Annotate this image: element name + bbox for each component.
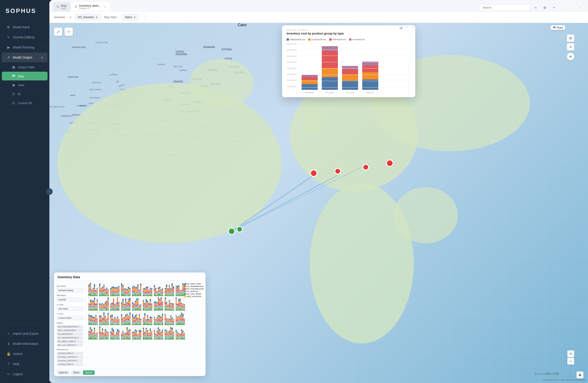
tab-inventory[interactable]: ⊞ Inventory dash... Statistic B × bbox=[71, 2, 109, 11]
legend-text-4: DC_BOSTON bbox=[187, 290, 198, 293]
product-name-input[interactable]: Product Name bbox=[57, 316, 83, 320]
sidebar-item-map[interactable]: 🗺 Map bbox=[2, 72, 47, 80]
bar-seg-transit-3 bbox=[342, 66, 358, 69]
bar-stack-3 bbox=[342, 66, 358, 90]
sidebar-item-logout[interactable]: ↪ Logout bbox=[2, 369, 47, 379]
site-3[interactable]: DC_BOSTON-X bbox=[57, 332, 83, 336]
product-1[interactable]: 15 INCH_PRO-X bbox=[57, 352, 83, 355]
legend-dot-cycle bbox=[308, 38, 311, 41]
chart-expand-button[interactable]: ⤢ bbox=[405, 25, 409, 30]
y-axis-label: Y Axis bbox=[57, 313, 83, 315]
zoom-to-fit-button[interactable]: ⊕ bbox=[577, 372, 583, 378]
legend-item-4: DC_BOSTON bbox=[185, 290, 204, 293]
header-search-input[interactable] bbox=[480, 4, 530, 11]
svg-text:0: 0 bbox=[535, 372, 536, 374]
sidebar-item-scenes-editing[interactable]: ✎ Scenes Editing › bbox=[2, 32, 47, 42]
legend-text-6: MFG_HOUSTON bbox=[187, 296, 201, 298]
map-area: ⤢ ✏ 🗺 Road ⧉ ≡ ⊕ + − © 2024 TomTom, © 20… bbox=[49, 23, 588, 383]
sidebar-item-model-running[interactable]: ▶ Model Running › bbox=[2, 43, 47, 52]
mini-chart-cell bbox=[121, 326, 131, 340]
site-1[interactable]: DC_PHILADELPHIA-X bbox=[57, 325, 83, 328]
chart-stats-button[interactable]: 📊 bbox=[399, 25, 403, 30]
y-label-3: 300,000,000 bbox=[287, 55, 297, 57]
site-6[interactable]: DC_LAS_VEGAS-X bbox=[57, 343, 83, 347]
road-selector[interactable]: 🗺 Road bbox=[550, 25, 565, 30]
scenario-select[interactable]: NO_Baseline ∨ bbox=[75, 14, 101, 21]
map-style-select[interactable]: Style1 ∨ bbox=[122, 14, 139, 21]
draw-button[interactable]: ✏ bbox=[64, 28, 73, 36]
mini-chart-cell bbox=[164, 312, 174, 326]
show-button[interactable]: Show bbox=[71, 370, 82, 375]
chart-close-button[interactable]: × bbox=[411, 25, 415, 30]
logout-icon: ↪ bbox=[6, 372, 11, 376]
sidebar-item-custom-bi[interactable]: ⊡ Custom BI bbox=[2, 99, 47, 107]
legend-text-3: DC_PHILADELPHIA bbox=[187, 288, 204, 290]
legend-dot-wip bbox=[329, 38, 332, 41]
toolbar-more-button[interactable]: ⋮ bbox=[143, 15, 147, 20]
sidebar-collapse-button[interactable]: ‹ bbox=[46, 188, 53, 195]
sidebar-item-bi[interactable]: ⊡ BI bbox=[2, 90, 47, 98]
bar-seg-safety-1 bbox=[302, 84, 318, 90]
app-logo: SOPHUS bbox=[0, 0, 49, 20]
mini-chart-cell bbox=[121, 297, 131, 311]
nav-back-button[interactable]: ‹ bbox=[560, 4, 568, 11]
sidebar-item-label: Unlock bbox=[13, 352, 23, 356]
product-4[interactable]: 14 INCH_PRO-X bbox=[57, 363, 83, 366]
mini-chart-cell bbox=[142, 283, 152, 297]
zoom-in-button[interactable]: + bbox=[567, 350, 574, 357]
filter-button[interactable]: ≡ bbox=[567, 43, 574, 51]
sidebar-item-import-export[interactable]: + Import and Export bbox=[2, 329, 47, 339]
bar-stack-4 bbox=[362, 62, 378, 90]
mini-chart-cell bbox=[99, 326, 109, 340]
tab-close-button[interactable]: × bbox=[104, 5, 106, 8]
panel-chart-area: DC_NEW_YORK DC_INDIANAPOLIS DC_PHILADELP… bbox=[86, 281, 206, 369]
site-4[interactable]: DC_INDIANAPOLIS-X bbox=[57, 336, 83, 339]
nav-arrows: ‹ › × bbox=[560, 4, 584, 11]
zoom-out-button[interactable]: − bbox=[567, 358, 574, 365]
sidebar-item-model-output[interactable]: ↗ Model Output ∨ bbox=[2, 53, 47, 62]
site-5[interactable]: DC_NEW_YORK-X bbox=[57, 340, 83, 343]
city-label-cairo: Cairo bbox=[238, 23, 247, 27]
mini-chart-cell bbox=[88, 283, 98, 297]
product-2[interactable]: 15 INCH_LAPTOP-X bbox=[57, 355, 83, 359]
bar-seg-cycle-1 bbox=[302, 80, 318, 84]
product-3[interactable]: 14 INCH_LAPTOP-X bbox=[57, 359, 83, 362]
sidebar-item-model-info[interactable]: ℹ Model Information bbox=[2, 339, 47, 349]
sidebar-item-label: Logout bbox=[13, 372, 23, 376]
scenario-label: Scenario : bbox=[54, 16, 66, 19]
grid-view-button[interactable]: ⊞ bbox=[541, 4, 548, 11]
search-button[interactable]: Search bbox=[83, 370, 95, 375]
add-button[interactable]: + bbox=[532, 4, 539, 11]
mini-chart-cell bbox=[88, 326, 98, 340]
sidebar-item-view[interactable]: ◉ View bbox=[2, 81, 47, 89]
table-icon: ▦ bbox=[11, 65, 16, 69]
sidebar-item-help[interactable]: ? Help bbox=[2, 359, 47, 369]
sidebar-item-model-input[interactable]: ⊞ Model Input › bbox=[2, 22, 47, 32]
sidebar-sub-label: Custom BI bbox=[18, 101, 32, 105]
sidebar-item-output-table[interactable]: ▦ Output Table bbox=[2, 63, 47, 71]
inventory-panel-body: Setting (Default Setting) Metrics Quanti… bbox=[54, 281, 206, 369]
mini-chart-cell bbox=[153, 283, 164, 297]
output-icon: ↗ bbox=[6, 55, 11, 60]
mini-chart-cell bbox=[142, 297, 152, 311]
tab-map-label: Map bbox=[61, 4, 67, 7]
save-as-button[interactable]: Save As bbox=[57, 370, 70, 375]
legend-item-safety: SafetyStockCost bbox=[287, 38, 305, 41]
chevron-icon: › bbox=[42, 46, 43, 49]
layers-button[interactable]: ⧉ bbox=[567, 34, 574, 42]
close-window-button[interactable]: × bbox=[550, 4, 558, 11]
sidebar-item-unlock[interactable]: 🔓 Unlock bbox=[2, 349, 47, 359]
default-setting-input[interactable]: (Default Setting) bbox=[57, 288, 83, 293]
y-label-4: 250,000,000 bbox=[287, 61, 297, 63]
site-name-input[interactable]: Site Name bbox=[57, 307, 83, 311]
mini-chart-cell bbox=[132, 297, 142, 311]
nav-forward-button[interactable]: › bbox=[569, 4, 576, 11]
tab-map[interactable]: ⊞ Map Map bbox=[53, 2, 70, 11]
nav-close-button[interactable]: × bbox=[577, 4, 584, 11]
site-2[interactable]: MFG_HOUSTON-X bbox=[57, 329, 83, 332]
zoom-extents-button[interactable]: ⤢ bbox=[54, 28, 62, 36]
mini-chart-cell bbox=[164, 326, 174, 340]
quantity-input[interactable]: Quantity bbox=[57, 298, 83, 302]
panel-config: Setting (Default Setting) Metrics Quanti… bbox=[54, 281, 86, 369]
chart-breadcrumb-text: SDA_DTP_27.5.4km ∨ bbox=[287, 29, 308, 31]
